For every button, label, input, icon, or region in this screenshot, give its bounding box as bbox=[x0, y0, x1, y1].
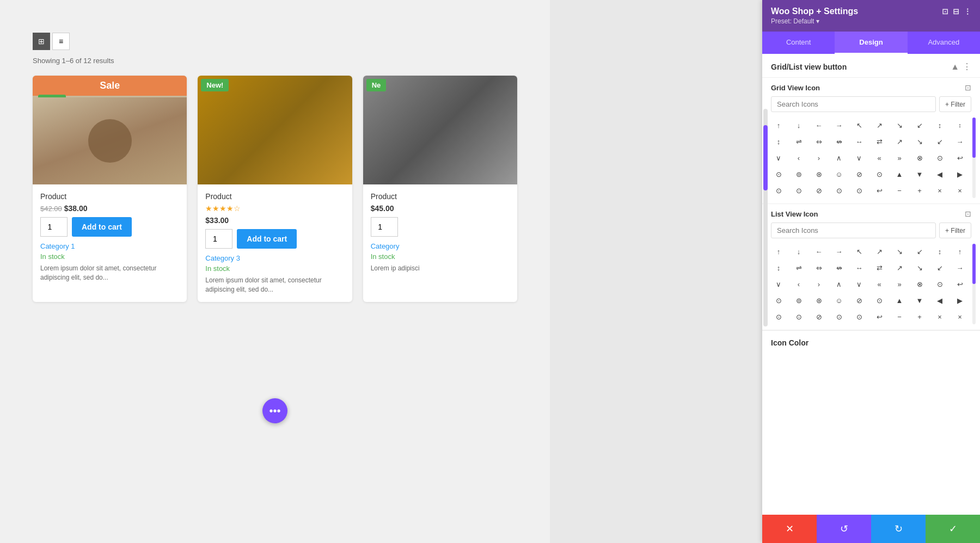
licon-4-5[interactable]: ⊘ bbox=[852, 293, 867, 308]
icon-c-4-3[interactable]: ⊛ bbox=[811, 166, 826, 182]
icon-c-3-3[interactable]: › bbox=[811, 150, 826, 165]
panel-preset[interactable]: Preset: Default ▾ bbox=[771, 17, 971, 25]
licon-4-1[interactable]: ⊙ bbox=[771, 293, 786, 308]
qty-input-3[interactable] bbox=[371, 217, 398, 237]
licon-5-2[interactable]: ⊙ bbox=[791, 309, 806, 324]
licon-1-7[interactable]: ↘ bbox=[892, 244, 907, 259]
icon-c-3-10[interactable]: ↩ bbox=[952, 150, 967, 165]
icon-c-4-1[interactable]: ⊙ bbox=[771, 166, 786, 182]
qty-input-2[interactable] bbox=[205, 229, 232, 249]
licon-1-8[interactable]: ↙ bbox=[912, 244, 927, 259]
icon-arrows-2-7[interactable]: ↗ bbox=[892, 134, 907, 149]
list-view-icon-btn[interactable]: ⊡ bbox=[965, 209, 971, 218]
product-category-2[interactable]: Category 3 bbox=[205, 254, 344, 262]
licon-2-6[interactable]: ⇄ bbox=[872, 260, 887, 275]
licon-2-3[interactable]: ⇔ bbox=[811, 260, 826, 275]
icon-arrows-2-3[interactable]: ⇔ bbox=[811, 134, 826, 149]
licon-4-10[interactable]: ▶ bbox=[952, 293, 967, 308]
licon-3-6[interactable]: « bbox=[872, 276, 887, 292]
licon-1-9[interactable]: ↕ bbox=[932, 244, 947, 259]
licon-2-4[interactable]: ↮ bbox=[831, 260, 847, 275]
list-view-filter-btn[interactable]: + Filter bbox=[939, 223, 971, 238]
licon-5-7[interactable]: − bbox=[892, 309, 907, 324]
licon-1-6[interactable]: ↗ bbox=[872, 244, 887, 259]
icon-c-3-4[interactable]: ∧ bbox=[831, 150, 847, 165]
icon-c-5-2[interactable]: ⊙ bbox=[791, 183, 806, 198]
grid-view-filter-btn[interactable]: + Filter bbox=[939, 96, 971, 112]
licon-1-5[interactable]: ↖ bbox=[852, 244, 867, 259]
licon-4-6[interactable]: ⊙ bbox=[872, 293, 887, 308]
icon-c-3-1[interactable]: ∨ bbox=[771, 150, 786, 165]
licon-3-2[interactable]: ‹ bbox=[791, 276, 806, 292]
icon-arrow-nw[interactable]: ↖ bbox=[852, 118, 867, 133]
licon-4-3[interactable]: ⊛ bbox=[811, 293, 826, 308]
add-to-cart-btn-1[interactable]: Add to cart bbox=[72, 217, 132, 237]
licon-5-9[interactable]: × bbox=[932, 309, 947, 324]
licon-2-7[interactable]: ↗ bbox=[892, 260, 907, 275]
icon-c-3-9[interactable]: ⊙ bbox=[932, 150, 947, 165]
icon-c-3-6[interactable]: « bbox=[872, 150, 887, 165]
icon-arrow-down[interactable]: ↓ bbox=[791, 118, 806, 133]
licon-2-10[interactable]: → bbox=[952, 260, 967, 275]
icon-c-4-7[interactable]: ▲ bbox=[892, 166, 907, 182]
icon-c-5-7[interactable]: − bbox=[892, 183, 907, 198]
licon-5-8[interactable]: + bbox=[912, 309, 927, 324]
icon-c-5-3[interactable]: ⊘ bbox=[811, 183, 826, 198]
tab-advanced[interactable]: Advanced bbox=[908, 32, 980, 54]
licon-3-3[interactable]: › bbox=[811, 276, 826, 292]
list-view-search-input[interactable] bbox=[771, 223, 936, 238]
icon-arrows-2-6[interactable]: ⇄ bbox=[872, 134, 887, 149]
icon-c-4-4[interactable]: ☺ bbox=[831, 166, 847, 182]
grid-view-toggle[interactable]: ⊞ bbox=[33, 33, 50, 50]
licon-2-1[interactable]: ↕ bbox=[771, 260, 786, 275]
redo-button[interactable]: ↻ bbox=[871, 515, 926, 543]
icon-arrow-se[interactable]: ↘ bbox=[892, 118, 907, 133]
icon-c-4-5[interactable]: ⊘ bbox=[852, 166, 867, 182]
licon-3-7[interactable]: » bbox=[892, 276, 907, 292]
licon-3-4[interactable]: ∧ bbox=[831, 276, 847, 292]
icon-c-4-9[interactable]: ◀ bbox=[932, 166, 947, 182]
qty-input-1[interactable] bbox=[40, 217, 68, 237]
licon-3-5[interactable]: ∨ bbox=[852, 276, 867, 292]
icon-c-4-10[interactable]: ▶ bbox=[952, 166, 967, 182]
icon-arrow-left[interactable]: ← bbox=[811, 118, 826, 133]
licon-5-10[interactable]: × bbox=[952, 309, 967, 324]
icon-arrows-2-8[interactable]: ↘ bbox=[912, 134, 927, 149]
more-options-icon[interactable]: ⋮ bbox=[964, 7, 971, 16]
icon-arrow-ne[interactable]: ↗ bbox=[872, 118, 887, 133]
licon-5-1[interactable]: ⊙ bbox=[771, 309, 786, 324]
licon-3-8[interactable]: ⊗ bbox=[912, 276, 927, 292]
icon-c-5-4[interactable]: ⊙ bbox=[831, 183, 847, 198]
icon-arrow-v[interactable]: ↕ bbox=[952, 118, 967, 133]
delete-button[interactable]: ✕ bbox=[762, 515, 817, 543]
licon-3-1[interactable]: ∨ bbox=[771, 276, 786, 292]
icon-arrows-2-5[interactable]: ↔ bbox=[852, 134, 867, 149]
licon-1-2[interactable]: ↓ bbox=[791, 244, 806, 259]
icon-c-5-10[interactable]: × bbox=[952, 183, 967, 198]
tab-design[interactable]: Design bbox=[835, 32, 907, 54]
licon-1-10[interactable]: ↑ bbox=[952, 244, 967, 259]
icon-arrows-2-4[interactable]: ↮ bbox=[831, 134, 847, 149]
list-view-toggle[interactable]: ≡ bbox=[52, 33, 70, 50]
icon-c-3-8[interactable]: ⊗ bbox=[912, 150, 927, 165]
icon-c-3-7[interactable]: » bbox=[892, 150, 907, 165]
licon-1-1[interactable]: ↑ bbox=[771, 244, 786, 259]
section-more-icon[interactable]: ⋮ bbox=[963, 61, 971, 72]
icon-c-3-2[interactable]: ‹ bbox=[791, 150, 806, 165]
product-category-3[interactable]: Category bbox=[371, 242, 510, 250]
licon-2-2[interactable]: ⇌ bbox=[791, 260, 806, 275]
icon-c-5-9[interactable]: × bbox=[932, 183, 947, 198]
icon-arrows-2-2[interactable]: ⇌ bbox=[791, 134, 806, 149]
licon-4-9[interactable]: ◀ bbox=[932, 293, 947, 308]
licon-2-5[interactable]: ↔ bbox=[852, 260, 867, 275]
icon-c-4-6[interactable]: ⊙ bbox=[872, 166, 887, 182]
icon-c-5-1[interactable]: ⊙ bbox=[771, 183, 786, 198]
grid-view-icon-btn[interactable]: ⊡ bbox=[965, 83, 971, 92]
licon-2-9[interactable]: ↙ bbox=[932, 260, 947, 275]
expand-icon[interactable]: ⊟ bbox=[953, 7, 959, 16]
licon-4-2[interactable]: ⊚ bbox=[791, 293, 806, 308]
grid-view-search-input[interactable] bbox=[771, 96, 936, 112]
icon-arrow-sw[interactable]: ↙ bbox=[912, 118, 927, 133]
icon-arrows-2-1[interactable]: ↕ bbox=[771, 134, 786, 149]
product-category-1[interactable]: Category 1 bbox=[40, 242, 179, 250]
